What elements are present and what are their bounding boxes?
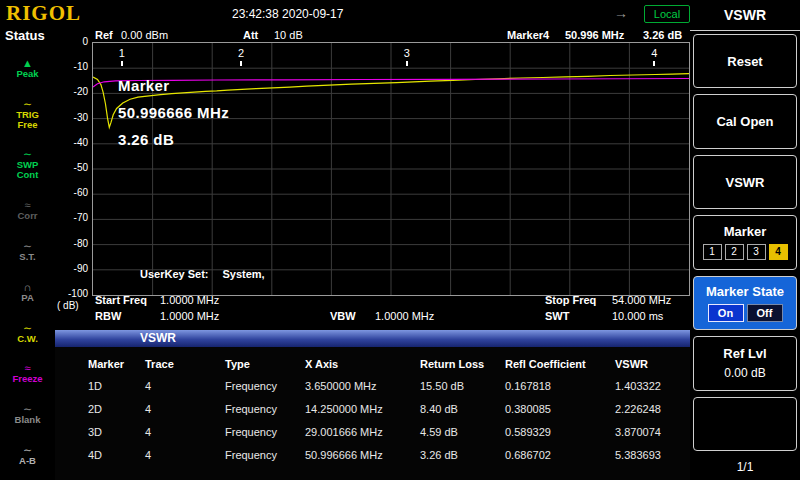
status-item-label: C.W.: [17, 334, 38, 344]
marker-tick-3: [406, 61, 408, 66]
softkey-label: Cal Open: [716, 114, 773, 129]
table-cell: 29.001666 MHz: [305, 421, 420, 444]
table-cell: 15.50 dB: [420, 375, 505, 398]
marker-select-2[interactable]: 2: [725, 244, 744, 260]
table-cell: 50.996666 MHz: [305, 444, 420, 467]
table-cell: 0.589329: [505, 421, 615, 444]
marker-state-on[interactable]: On: [708, 304, 744, 322]
marker-state-toggle: OnOff: [708, 304, 783, 322]
marker-overlay-title: Marker: [118, 72, 229, 99]
status-item-freeze: ≈Freeze: [12, 363, 42, 384]
y-axis-tick-label: 0: [55, 36, 88, 47]
marker-number-4: 4: [649, 47, 659, 59]
y-axis-tick-label: -50: [55, 162, 88, 173]
softkey-label: Marker: [724, 224, 767, 239]
local-indicator: Local: [644, 5, 690, 23]
table-cell: 1.403322: [615, 375, 690, 398]
marker-number-2: 2: [236, 47, 246, 59]
softkey-ref-lvl[interactable]: Ref Lvl0.00 dB: [693, 336, 797, 390]
softkey-reset[interactable]: Reset: [693, 34, 797, 88]
table-cell: Frequency: [225, 375, 305, 398]
softkey-marker[interactable]: Marker1234: [693, 215, 797, 269]
remote-arrow-icon: →: [614, 5, 628, 21]
status-item-trig-free: ∼TRIGFree: [16, 99, 39, 130]
table-cell: 4: [145, 444, 225, 467]
swt-label: SWT: [545, 310, 569, 322]
table-header-cell: VSWR: [615, 353, 690, 375]
status-item-label: A-B: [19, 456, 36, 466]
rbw-label: RBW: [95, 310, 121, 322]
status-item-label: S.T.: [19, 252, 35, 262]
marker-select-3[interactable]: 3: [747, 244, 766, 260]
status-item-label: Free: [16, 120, 39, 130]
status-item-label: Freeze: [12, 374, 42, 384]
softkey-label: Marker State: [706, 284, 784, 299]
y-axis-tick-label: -100: [55, 288, 88, 299]
table-header-cell: Return Loss: [420, 353, 505, 375]
start-freq-label: Start Freq: [95, 294, 147, 306]
table-cell: 0.167818: [505, 375, 615, 398]
status-panel: Status ▲Peak∼TRIGFree∼SWPCont≈Corr∼S.T.∩…: [0, 28, 55, 480]
softkey-cal-open[interactable]: Cal Open: [693, 94, 797, 148]
vbw-label: VBW: [330, 310, 356, 322]
marker-readout-freq: 50.996 MHz: [565, 29, 624, 41]
y-axis-tick-label: -70: [55, 212, 88, 223]
marker-number-3: 3: [402, 47, 412, 59]
status-item-label: Cont: [17, 170, 39, 180]
status-item-corr: ≈Corr: [17, 200, 37, 221]
table-cell: 4.59 dB: [420, 421, 505, 444]
table-cell: 3.650000 MHz: [305, 375, 420, 398]
marker-tick-1: [121, 61, 123, 66]
table-cell: 4D: [88, 444, 145, 467]
marker-select-1[interactable]: 1: [703, 244, 722, 260]
table-cell: 14.250000 MHz: [305, 398, 420, 421]
softkey-page-indicator: 1/1: [690, 454, 800, 480]
status-item-c-w: ∼C.W.: [17, 323, 38, 344]
status-list: ▲Peak∼TRIGFree∼SWPCont≈Corr∼S.T.∩PA∼C.W.…: [0, 48, 55, 480]
table-cell: 0.686702: [505, 444, 615, 467]
y-axis-tick-label: -10: [55, 61, 88, 72]
table-cell: 5.383693: [615, 444, 690, 467]
marker-readout-value: 3.26 dB: [643, 29, 682, 41]
y-axis-tick-label: -60: [55, 187, 88, 198]
marker-tick-4: [653, 61, 655, 66]
softkey-label: Reset: [727, 54, 762, 69]
status-item-a-b: ∼A-B: [19, 445, 36, 466]
status-title: Status: [0, 28, 55, 48]
status-item-label: Peak: [16, 69, 38, 79]
table-cell: 2.226248: [615, 398, 690, 421]
marker-tick-2: [240, 61, 242, 66]
status-item-label: Blank: [15, 415, 41, 425]
softkey-list: ResetCal OpenVSWRMarker1234Marker StateO…: [690, 31, 800, 454]
table-cell: 4: [145, 398, 225, 421]
table-cell: 0.380085: [505, 398, 615, 421]
softkey-menu-title: VSWR: [690, 0, 800, 31]
table-header-cell: Marker: [88, 353, 145, 375]
stop-freq-value: 54.000 MHz: [612, 294, 671, 306]
table-cell: Frequency: [225, 398, 305, 421]
softkey-panel: VSWR ResetCal OpenVSWRMarker1234Marker S…: [690, 0, 800, 480]
softkey-marker-state[interactable]: Marker StateOnOff: [693, 276, 797, 330]
y-axis-tick-label: -30: [55, 112, 88, 123]
table-cell: Frequency: [225, 421, 305, 444]
attenuation-label: Att: [243, 29, 258, 41]
marker-readout-name: Marker4: [507, 29, 549, 41]
rigol-logo: RIGOL: [6, 1, 81, 26]
status-item-blank: ∼Blank: [15, 404, 41, 425]
y-axis-tick-label: -90: [55, 263, 88, 274]
table-cell: 2D: [88, 398, 145, 421]
y-axis-tick-label: -20: [55, 86, 88, 97]
softkey-vswr[interactable]: VSWR: [693, 155, 797, 209]
userkey-message: UserKey Set:System,: [140, 268, 279, 280]
start-freq-value: 1.0000 MHz: [160, 294, 219, 306]
status-item-pa: ∩PA: [21, 282, 34, 303]
table-header-cell: Trace: [145, 353, 225, 375]
marker-state-off[interactable]: Off: [747, 304, 783, 322]
datetime-display: 23:42:38 2020-09-17: [232, 7, 343, 21]
measurement-table: MarkerTraceTypeX AxisReturn LossRefl Coe…: [55, 347, 690, 480]
ref-level-value: 0.00 dBm: [121, 29, 168, 41]
top-bar: RIGOL 23:42:38 2020-09-17 → Local: [0, 0, 690, 28]
vswr-section-title: VSWR: [55, 330, 690, 347]
marker-select-4[interactable]: 4: [769, 244, 788, 260]
stop-freq-label: Stop Freq: [545, 294, 596, 306]
